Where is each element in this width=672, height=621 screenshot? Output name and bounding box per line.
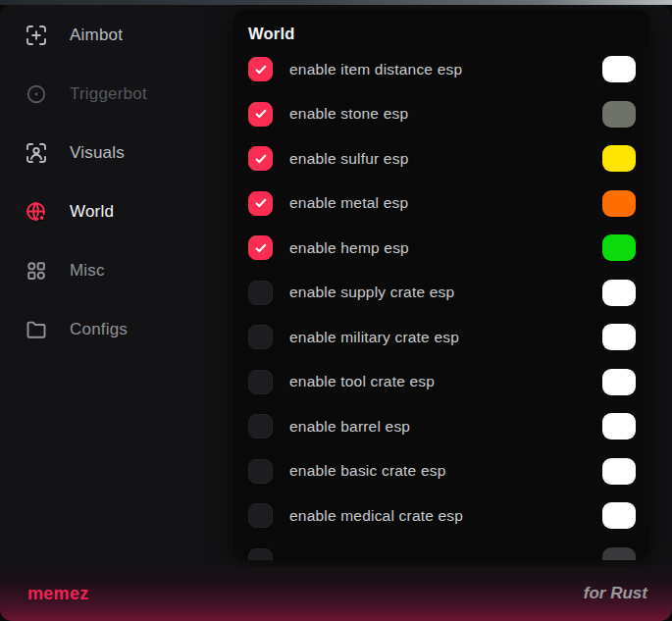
world-panel: World enable item distance espenable sto… xyxy=(233,10,650,560)
sidebar-item-label: World xyxy=(70,202,114,222)
option-label: enable hemp esp xyxy=(289,239,409,257)
option-label: enable tool crate esp xyxy=(289,373,435,390)
world-globe-icon xyxy=(25,200,48,224)
color-swatch[interactable] xyxy=(602,101,636,128)
option-label: enable item distance esp xyxy=(289,61,462,78)
world-options-scroll[interactable]: enable item distance espenable stone esp… xyxy=(248,47,636,560)
cheat-menu-window: AimbotTriggerbotVisualsWorldMiscConfigs … xyxy=(0,5,672,621)
sidebar-item-aimbot[interactable]: Aimbot xyxy=(0,6,233,65)
triggerbot-target-icon xyxy=(25,82,48,106)
color-swatch[interactable] xyxy=(602,145,636,172)
sidebar-item-triggerbot[interactable]: Triggerbot xyxy=(0,65,233,124)
color-swatch[interactable] xyxy=(602,458,636,485)
checkbox-enable-metal-esp[interactable] xyxy=(248,191,273,216)
table-row: enable medical crate esp xyxy=(248,493,636,539)
table-row: enable item distance esp xyxy=(248,47,636,92)
sidebar-item-label: Triggerbot xyxy=(70,84,147,104)
checkbox-partial-row[interactable] xyxy=(248,548,273,560)
check-icon xyxy=(253,62,269,78)
checkbox-enable-military-crate-esp[interactable] xyxy=(248,325,273,349)
sidebar-item-misc[interactable]: Misc xyxy=(0,241,233,300)
tagline-text: for Rust xyxy=(584,584,647,603)
checkbox-enable-medical-crate-esp[interactable] xyxy=(248,503,273,528)
check-icon xyxy=(253,240,269,256)
check-icon xyxy=(253,195,269,211)
visuals-person-scan-icon xyxy=(25,141,48,165)
color-swatch[interactable] xyxy=(602,413,636,440)
checkbox-enable-tool-crate-esp[interactable] xyxy=(248,370,273,394)
page-title: World xyxy=(248,22,636,47)
sidebar-item-label: Visuals xyxy=(70,143,125,163)
misc-shapes-icon xyxy=(25,259,48,283)
color-swatch[interactable] xyxy=(602,234,636,261)
table-row: enable supply crate esp xyxy=(248,271,636,316)
table-row: enable metal esp xyxy=(248,181,636,227)
sidebar-item-label: Configs xyxy=(70,320,128,339)
checkbox-enable-sulfur-esp[interactable] xyxy=(248,146,273,171)
table-row: enable sulfur esp xyxy=(248,136,636,181)
color-swatch[interactable] xyxy=(602,369,636,395)
table-row: enable stone esp xyxy=(248,92,636,137)
option-label: enable supply crate esp xyxy=(289,284,454,301)
table-row: enable barrel esp xyxy=(248,404,636,449)
table-row: enable hemp esp xyxy=(248,226,636,271)
sidebar-item-label: Misc xyxy=(70,261,105,281)
sidebar-item-visuals[interactable]: Visuals xyxy=(0,124,233,182)
option-label: enable metal esp xyxy=(289,194,408,212)
check-icon xyxy=(253,106,269,122)
option-label: enable sulfur esp xyxy=(289,150,408,168)
table-row: enable military crate esp xyxy=(248,315,636,360)
sidebar-item-label: Aimbot xyxy=(70,26,123,45)
table-row xyxy=(248,539,636,561)
sidebar-nav: AimbotTriggerbotVisualsWorldMiscConfigs xyxy=(0,5,233,561)
option-label: enable stone esp xyxy=(289,105,408,123)
option-label: enable medical crate esp xyxy=(289,507,463,525)
option-label: enable military crate esp xyxy=(289,329,459,346)
table-row: enable basic crate esp xyxy=(248,449,636,494)
option-label: enable basic crate esp xyxy=(289,462,446,480)
footer-bar: memez for Rust xyxy=(0,566,672,621)
table-row: enable tool crate esp xyxy=(248,360,636,405)
checkbox-enable-supply-crate-esp[interactable] xyxy=(248,281,273,305)
sidebar-item-configs[interactable]: Configs xyxy=(0,300,233,359)
color-swatch[interactable] xyxy=(602,502,636,529)
color-swatch[interactable] xyxy=(602,56,636,82)
configs-folder-icon xyxy=(25,318,48,341)
aimbot-crosshair-icon xyxy=(25,24,48,47)
checkbox-enable-stone-esp[interactable] xyxy=(248,102,273,127)
color-swatch[interactable] xyxy=(602,547,636,560)
sidebar-item-world[interactable]: World xyxy=(0,182,233,241)
color-swatch[interactable] xyxy=(602,324,636,350)
checkbox-enable-basic-crate-esp[interactable] xyxy=(248,459,273,484)
brand-logo-text: memez xyxy=(27,584,89,604)
option-label: enable barrel esp xyxy=(289,418,410,436)
check-icon xyxy=(253,151,269,167)
checkbox-enable-item-distance-esp[interactable] xyxy=(248,57,273,81)
color-swatch[interactable] xyxy=(602,190,636,217)
color-swatch[interactable] xyxy=(602,280,636,306)
checkbox-enable-hemp-esp[interactable] xyxy=(248,235,273,260)
checkbox-enable-barrel-esp[interactable] xyxy=(248,414,273,439)
